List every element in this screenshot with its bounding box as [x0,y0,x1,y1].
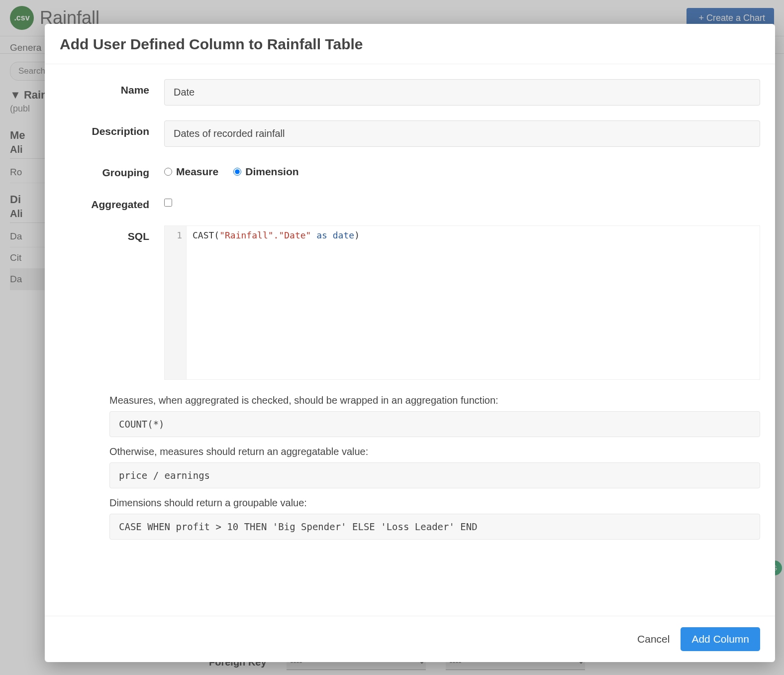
help-section: Measures, when aggregrated is checked, s… [109,395,760,540]
cancel-button[interactable]: Cancel [637,633,670,645]
grouping-dimension-text: Dimension [245,166,298,178]
sql-gutter: 1 [165,226,187,379]
help-snippet-1: COUNT(*) [109,411,760,437]
add-column-button[interactable]: Add Column [681,627,760,651]
name-label: Name [60,79,164,96]
sql-tok-close: ) [354,230,360,240]
modal-header: Add User Defined Column to Rainfall Tabl… [45,24,775,64]
modal-footer: Cancel Add Column [45,616,775,662]
grouping-label: Grouping [60,162,164,179]
grouping-measure-text: Measure [176,166,218,178]
help-text-2: Otherwise, measures should return an agg… [109,446,760,457]
sql-tok-as: as [311,230,332,240]
modal-body: Name Description Grouping Measure Dimens… [45,64,775,616]
grouping-dimension-radio[interactable] [233,168,241,176]
aggregated-checkbox[interactable] [164,199,172,207]
aggregated-label: Aggregated [60,194,164,211]
description-label: Description [60,120,164,137]
grouping-dimension-option[interactable]: Dimension [233,166,298,178]
description-input[interactable] [164,120,760,147]
sql-label: SQL [60,225,164,242]
sql-tok-cast: CAST( [193,230,219,240]
add-column-modal: Add User Defined Column to Rainfall Tabl… [45,24,775,662]
grouping-measure-radio[interactable] [164,168,172,176]
help-snippet-2: price / earnings [109,462,760,488]
name-input[interactable] [164,79,760,106]
grouping-radio-group: Measure Dimension [164,162,760,178]
modal-title: Add User Defined Column to Rainfall Tabl… [60,36,760,53]
sql-tok-string: "Rainfall"."Date" [219,230,311,240]
help-snippet-3: CASE WHEN profit > 10 THEN 'Big Spender'… [109,514,760,540]
sql-code-area[interactable]: CAST("Rainfall"."Date" as date) [187,226,760,379]
grouping-measure-option[interactable]: Measure [164,166,218,178]
sql-editor[interactable]: 1 CAST("Rainfall"."Date" as date) [164,225,760,380]
help-text-1: Measures, when aggregrated is checked, s… [109,395,760,406]
help-text-3: Dimensions should return a groupable val… [109,497,760,509]
sql-tok-type: date [333,230,354,240]
